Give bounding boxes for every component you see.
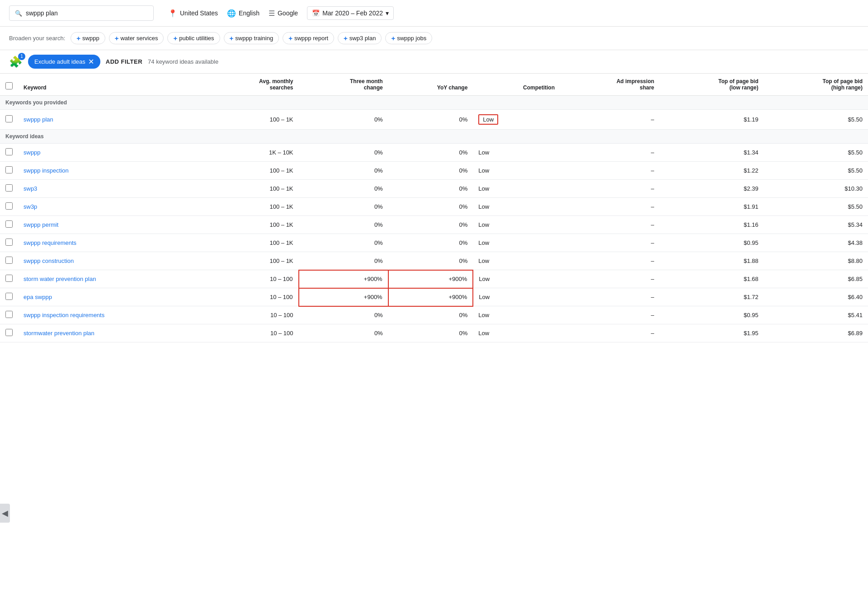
row-checkbox-cell[interactable] (0, 144, 18, 162)
keyword-table-wrap: Keyword Avg. monthlysearches Three month… (0, 74, 868, 342)
keyword-cell[interactable]: stormwater prevention plan (18, 324, 207, 342)
table-row: storm water prevention plan 10 – 100 +90… (0, 270, 868, 288)
keyword-cell[interactable]: epa swppp (18, 288, 207, 306)
location-selector[interactable]: 📍 United States (168, 9, 218, 18)
row-checkbox[interactable] (5, 184, 13, 192)
row-checkbox[interactable] (5, 115, 13, 122)
keyword-table: Keyword Avg. monthlysearches Three month… (0, 74, 868, 342)
keyword-cell[interactable]: swppp inspection (18, 162, 207, 180)
keyword-cell[interactable]: swppp permit (18, 216, 207, 234)
search-box[interactable]: 🔍 (9, 5, 154, 21)
broaden-search-bar: Broaden your search: + swppp + water ser… (0, 27, 868, 50)
row-checkbox[interactable] (5, 293, 13, 300)
row-checkbox-cell[interactable] (0, 216, 18, 234)
network-selector[interactable]: ☰ Google (269, 9, 298, 18)
ideas-count: 74 keyword ideas available (148, 58, 218, 65)
yoy: 0% (388, 110, 473, 130)
col-bid-high: Top of page bid(high range) (764, 74, 868, 96)
calendar-icon: 📅 (312, 9, 320, 17)
row-checkbox-cell[interactable] (0, 234, 18, 252)
yoy-highlight: +900% (388, 270, 473, 288)
header-checkbox-cell[interactable] (0, 74, 18, 96)
chip-label: swppp (82, 35, 99, 42)
language-label: English (239, 9, 259, 17)
broaden-chip-swppp-training[interactable]: + swppp training (224, 32, 279, 44)
broaden-chip-swp3-plan[interactable]: + swp3 plan (338, 32, 382, 44)
table-body: Keywords you provided swppp plan 100 – 1… (0, 96, 868, 342)
table-row: swppp requirements 100 – 1K 0% 0% Low – … (0, 234, 868, 252)
search-icon: 🔍 (15, 10, 22, 17)
filter-icon-wrap: 🧩 1 (9, 56, 23, 68)
broaden-chip-public-utilities[interactable]: + public utilities (167, 32, 220, 44)
broaden-chip-swppp[interactable]: + swppp (71, 32, 105, 44)
row-checkbox-cell[interactable] (0, 270, 18, 288)
col-ad-impression: Ad impressionshare (560, 74, 660, 96)
keyword-cell[interactable]: swppp requirements (18, 234, 207, 252)
search-input[interactable] (26, 9, 148, 17)
date-range-selector[interactable]: 📅 Mar 2020 – Feb 2022 ▾ (307, 6, 394, 20)
row-checkbox[interactable] (5, 166, 13, 173)
keyword-cell[interactable]: storm water prevention plan (18, 270, 207, 288)
broaden-chip-swppp-report[interactable]: + swppp report (283, 32, 334, 44)
keyword-cell[interactable]: swp3 (18, 180, 207, 198)
chip-label: swppp report (294, 35, 328, 42)
add-filter-button[interactable]: ADD FILTER (106, 58, 142, 65)
table-row: swppp construction 100 – 1K 0% 0% Low – … (0, 252, 868, 270)
top-bar-meta: 📍 United States 🌐 English ☰ Google 📅 Mar… (168, 6, 394, 20)
col-yoy: YoY change (388, 74, 473, 96)
competition: Low (473, 110, 560, 130)
section-ideas-label: Keyword ideas (0, 130, 868, 144)
keyword-cell[interactable]: swppp inspection requirements (18, 306, 207, 324)
plus-icon: + (76, 34, 80, 42)
row-checkbox[interactable] (5, 220, 13, 228)
row-checkbox-cell[interactable] (0, 306, 18, 324)
filter-badge: 1 (18, 53, 25, 60)
table-row: stormwater prevention plan 10 – 100 0% 0… (0, 324, 868, 342)
plus-icon: + (173, 34, 177, 42)
row-checkbox[interactable] (5, 257, 13, 264)
plus-icon: + (344, 34, 348, 42)
keyword-cell[interactable]: swppp (18, 144, 207, 162)
chip-label: swppp jobs (397, 35, 426, 42)
language-selector[interactable]: 🌐 English (227, 9, 259, 18)
row-checkbox-cell[interactable] (0, 252, 18, 270)
chevron-down-icon: ▾ (386, 9, 389, 17)
plus-icon: + (230, 34, 234, 42)
select-all-checkbox[interactable] (5, 82, 13, 89)
row-checkbox-cell[interactable] (0, 198, 18, 216)
plus-icon: + (391, 34, 395, 42)
table-row: swppp 1K – 10K 0% 0% Low – $1.34 $5.50 (0, 144, 868, 162)
section-provided-header: Keywords you provided (0, 96, 868, 110)
keyword-cell[interactable]: swppp construction (18, 252, 207, 270)
row-checkbox[interactable] (5, 239, 13, 246)
row-checkbox-cell[interactable] (0, 162, 18, 180)
row-checkbox-cell[interactable] (0, 110, 18, 130)
broaden-chip-swppp-jobs[interactable]: + swppp jobs (385, 32, 432, 44)
row-checkbox-cell[interactable] (0, 180, 18, 198)
chip-label: swppp training (235, 35, 273, 42)
col-avg-monthly: Avg. monthlysearches (207, 74, 299, 96)
keyword-cell[interactable]: swppp plan (18, 110, 207, 130)
row-checkbox-cell[interactable] (0, 324, 18, 342)
keyword-cell[interactable]: sw3p (18, 198, 207, 216)
exclude-adult-button[interactable]: Exclude adult ideas ✕ (28, 55, 100, 69)
row-checkbox-cell[interactable] (0, 288, 18, 306)
avg-monthly: 100 – 1K (207, 110, 299, 130)
row-checkbox[interactable] (5, 275, 13, 282)
col-competition: Competition (473, 74, 560, 96)
section-ideas-header: Keyword ideas (0, 130, 868, 144)
chip-label: swp3 plan (349, 35, 376, 42)
row-checkbox[interactable] (5, 311, 13, 318)
date-range-label: Mar 2020 – Feb 2022 (322, 9, 383, 17)
table-row: epa swppp 10 – 100 +900% +900% Low – $1.… (0, 288, 868, 306)
broaden-chip-water-services[interactable]: + water services (109, 32, 164, 44)
location-icon: 📍 (168, 9, 177, 18)
three-month: 0% (299, 110, 388, 130)
row-checkbox[interactable] (5, 202, 13, 210)
broaden-label: Broaden your search: (9, 35, 65, 42)
three-month-highlight2: +900% (299, 288, 388, 306)
close-icon[interactable]: ✕ (88, 57, 94, 66)
table-row: swp3 100 – 1K 0% 0% Low – $2.39 $10.30 (0, 180, 868, 198)
row-checkbox[interactable] (5, 329, 13, 336)
row-checkbox[interactable] (5, 148, 13, 155)
